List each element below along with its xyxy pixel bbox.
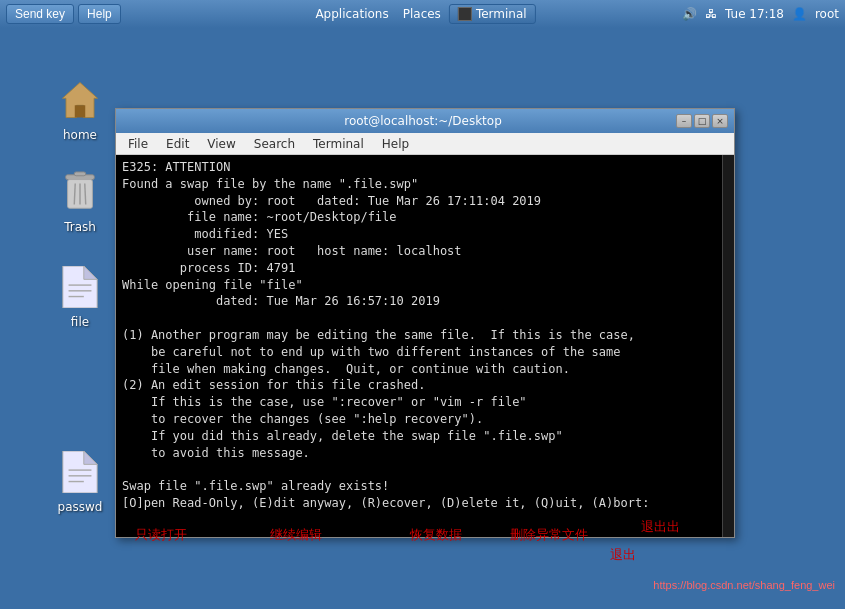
minimize-button[interactable]: – [676, 114, 692, 128]
terminal-tab-icon [458, 7, 472, 21]
username: root [815, 7, 839, 21]
terminal-content-area[interactable]: E325: ATTENTION Found a swap file by the… [116, 155, 734, 537]
taskbar-apps-menu: Applications Places Terminal [309, 4, 535, 24]
file-icon [56, 263, 104, 311]
passwd-label: passwd [58, 500, 103, 514]
terminal-title: root@localhost:~/Desktop [170, 114, 676, 128]
home-label: home [63, 128, 97, 142]
terminal-menubar: File Edit View Search Terminal Help [116, 133, 734, 155]
terminal-titlebar: root@localhost:~/Desktop – □ × [116, 109, 734, 133]
terminal-text: E325: ATTENTION Found a swap file by the… [122, 159, 728, 512]
trash-icon [56, 168, 104, 216]
annotation-exit-bottom: 退出 [610, 546, 636, 564]
home-svg [59, 79, 101, 121]
taskbar-center: Applications Places Terminal [309, 4, 535, 24]
terminal-scrollbar[interactable] [722, 155, 734, 537]
menu-file[interactable]: File [120, 135, 156, 153]
user-icon: 👤 [792, 7, 807, 21]
annotation-recover-data: 恢复数据 [410, 526, 462, 544]
terminal-tab[interactable]: Terminal [449, 4, 536, 24]
desktop: home Trash [0, 28, 845, 609]
menu-edit[interactable]: Edit [158, 135, 197, 153]
terminal-tab-label: Terminal [476, 7, 527, 21]
menu-help[interactable]: Help [374, 135, 417, 153]
trash-label: Trash [64, 220, 96, 234]
terminal-controls: – □ × [676, 114, 728, 128]
taskbar: Send key Help Applications Places Termin… [0, 0, 845, 28]
svg-rect-3 [74, 172, 85, 176]
file-svg [62, 266, 98, 308]
places-menu[interactable]: Places [397, 5, 447, 23]
desktop-icon-passwd[interactable]: passwd [45, 448, 115, 514]
svg-marker-14 [84, 451, 97, 464]
datetime: Tue 17:18 [725, 7, 784, 21]
trash-svg [61, 171, 99, 213]
sendkey-button[interactable]: Send key [6, 4, 74, 24]
terminal-window: root@localhost:~/Desktop – □ × File Edit… [115, 108, 735, 538]
close-button[interactable]: × [712, 114, 728, 128]
annotation-exit-top: 退出出 [641, 518, 680, 536]
applications-menu[interactable]: Applications [309, 5, 394, 23]
home-icon [56, 76, 104, 124]
maximize-button[interactable]: □ [694, 114, 710, 128]
url-label: https://blog.csdn.net/shang_feng_wei [653, 579, 835, 591]
file-label: file [71, 315, 89, 329]
passwd-icon [56, 448, 104, 496]
menu-search[interactable]: Search [246, 135, 303, 153]
menu-terminal[interactable]: Terminal [305, 135, 372, 153]
svg-rect-1 [75, 105, 86, 117]
svg-line-5 [74, 183, 75, 204]
passwd-svg [62, 451, 98, 493]
desktop-icon-trash[interactable]: Trash [45, 168, 115, 234]
svg-marker-13 [63, 451, 97, 493]
svg-marker-9 [84, 266, 97, 279]
network-icon[interactable]: 🖧 [705, 7, 717, 21]
svg-marker-8 [63, 266, 97, 308]
menu-view[interactable]: View [199, 135, 243, 153]
svg-line-7 [85, 183, 86, 204]
desktop-icon-home[interactable]: home [45, 76, 115, 142]
help-button[interactable]: Help [78, 4, 121, 24]
annotation-continue-edit: 继续编辑 [270, 526, 322, 544]
annotation-readonly: 只读打开 [135, 526, 187, 544]
taskbar-right: 🔊 🖧 Tue 17:18 👤 root [682, 7, 839, 21]
annotation-delete-file: 删除异常文件 [510, 526, 588, 544]
volume-icon[interactable]: 🔊 [682, 7, 697, 21]
desktop-icon-file[interactable]: file [45, 263, 115, 329]
taskbar-left: Send key Help [6, 4, 121, 24]
